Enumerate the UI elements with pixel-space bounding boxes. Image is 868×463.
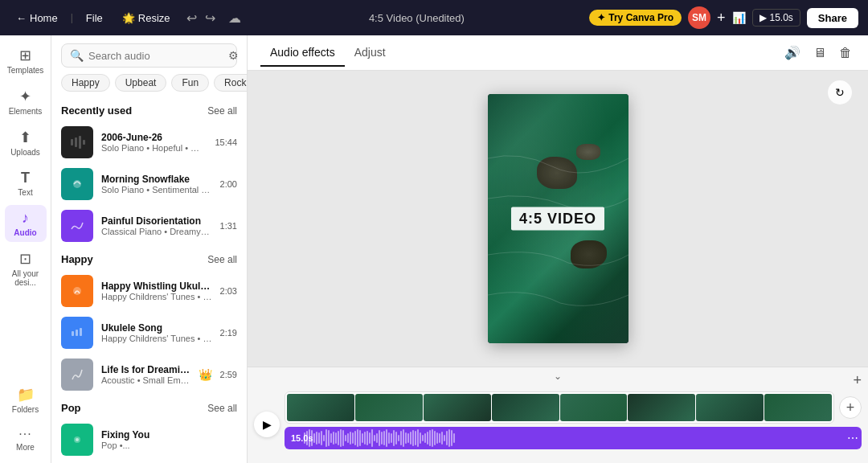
wave-bar — [407, 433, 409, 443]
sidebar-item-audio[interactable]: ♪ Audio — [5, 205, 47, 242]
clip-thumb — [355, 394, 423, 421]
designs-icon: ⊡ — [19, 250, 31, 268]
video-title-overlay: 4:5 VIDEO — [511, 207, 604, 231]
effects-tabs: Audio effects Adjust 🔊 🖥 🗑 — [248, 35, 868, 71]
play-button[interactable]: ▶ — [254, 412, 280, 437]
audio-item-fixing[interactable]: Fixing You Pop •... — [58, 419, 240, 461]
wave-bar — [313, 433, 315, 443]
wave-bar — [366, 431, 368, 445]
video-track-row: + — [285, 391, 862, 424]
refresh-button[interactable]: ↻ — [828, 80, 852, 104]
crown-icon: 👑 — [199, 368, 212, 381]
effects-tab-icons: 🔊 🖥 🗑 — [781, 42, 855, 64]
clip-thumb — [424, 394, 491, 421]
clip-thumb — [560, 394, 628, 421]
wave-bar — [436, 432, 438, 444]
sidebar-item-uploads[interactable]: ⬆ Uploads — [5, 124, 47, 162]
sidebar-item-folders[interactable]: 📁 Folders — [5, 381, 47, 419]
video-track[interactable] — [285, 391, 834, 424]
recently-used-title: Recently used — [61, 104, 132, 117]
wave-bar — [326, 429, 327, 447]
search-input[interactable] — [88, 50, 223, 62]
project-info: 4:5 Video (Unedited) — [369, 12, 465, 24]
wave-bar — [354, 431, 356, 445]
time-display: ▶ 15.0s — [752, 9, 800, 27]
wave-bar — [350, 432, 351, 445]
resize-button[interactable]: 🌟 Resize — [116, 9, 177, 27]
audio-item-2006[interactable]: 2006-June-26 Solo Piano • Hopeful • Weir… — [58, 121, 240, 163]
file-button[interactable]: File — [80, 9, 109, 27]
sidebar-item-text[interactable]: T Text — [5, 165, 47, 202]
pop-see-all[interactable]: See all — [207, 403, 237, 414]
sidebar-item-templates[interactable]: ⊞ Templates — [5, 42, 47, 80]
happy-see-all[interactable]: See all — [207, 254, 237, 265]
wave-bar — [342, 430, 344, 446]
cloud-button[interactable]: ☁ — [225, 7, 244, 29]
audio-item-whistling[interactable]: Happy Whistling Ukulele Happy Childrens'… — [58, 270, 240, 312]
timeline-collapse-button[interactable]: ⌄ — [554, 371, 562, 382]
templates-icon: ⊞ — [19, 47, 31, 64]
monitor-icon[interactable]: 🖥 — [810, 42, 829, 64]
tag-fun[interactable]: Fun — [171, 74, 209, 92]
audio-track-more-button[interactable]: ⋯ — [847, 432, 858, 445]
happy-section-header: Happy See all — [58, 247, 240, 270]
play-icon: ▶ — [760, 12, 767, 23]
speaker-icon[interactable]: 🔊 — [781, 42, 804, 64]
audio-list: Recently used See all 2006-June-26 Solo … — [51, 98, 247, 463]
sidebar-item-elements[interactable]: ✦ Elements — [5, 83, 47, 121]
wave-bar — [432, 429, 433, 447]
audio-track-row: 15.0s — [285, 427, 862, 449]
filter-icon[interactable]: ⚙ — [228, 49, 239, 62]
happy-title: Happy — [61, 253, 93, 265]
pop-section-header: Pop See all — [58, 395, 240, 419]
recently-used-see-all[interactable]: See all — [207, 105, 237, 117]
wave-bar — [316, 432, 317, 445]
wave-bar — [388, 432, 390, 444]
right-panel: Audio effects Adjust 🔊 🖥 🗑 — [248, 35, 868, 463]
audio-item-painful[interactable]: Painful Disorientation Classical Piano •… — [58, 205, 240, 247]
wave-bar — [318, 432, 320, 444]
wave-bar — [417, 429, 419, 447]
audio-waveform — [304, 427, 842, 449]
trash-icon[interactable]: 🗑 — [836, 42, 855, 64]
wave-bar — [347, 433, 349, 443]
tag-happy[interactable]: Happy — [61, 74, 110, 92]
video-title-text: 4:5 VIDEO — [519, 211, 596, 227]
sidebar-item-more[interactable]: ··· More — [5, 422, 47, 457]
audio-item-ukulele[interactable]: Ukulele Song Happy Childrens' Tunes • Br… — [58, 312, 240, 354]
audio-info: Ukulele Song Happy Childrens' Tunes • Br… — [101, 322, 212, 343]
wave-bar — [386, 429, 387, 447]
tag-upbeat[interactable]: Upbeat — [115, 74, 167, 92]
wave-bar — [357, 429, 358, 447]
clip-thumb — [287, 394, 354, 421]
add-track-button[interactable]: + — [839, 396, 862, 419]
redo-button[interactable]: ↪ — [202, 7, 219, 29]
tab-audio-effects[interactable]: Audio effects — [260, 39, 345, 67]
audio-thumb — [61, 210, 93, 242]
pro-badge[interactable]: ✦ Try Canva Pro — [589, 10, 682, 26]
wave-bar — [444, 435, 445, 441]
more-icon: ··· — [18, 427, 31, 441]
wave-bar — [403, 429, 404, 447]
wave-bar — [381, 432, 383, 445]
wave-bar — [453, 433, 455, 443]
sidebar-item-designs[interactable]: ⊡ All your desi... — [5, 245, 47, 292]
wave-bar — [412, 430, 414, 446]
search-container: 🔍 ⚙ — [51, 35, 247, 74]
audio-thumb — [61, 359, 93, 391]
wave-bar — [352, 432, 354, 444]
audio-item-life-dreaming[interactable]: Life Is for Dreaming Acoustic • Small Em… — [58, 354, 240, 395]
wave-bar — [420, 432, 421, 444]
undo-button[interactable]: ↩ — [183, 7, 200, 29]
wave-bar — [451, 430, 452, 446]
audio-track[interactable]: 15.0s — [285, 427, 862, 449]
share-button[interactable]: Share — [807, 8, 858, 28]
tab-adjust[interactable]: Adjust — [345, 39, 395, 67]
wave-bar — [323, 435, 325, 441]
home-button[interactable]: ← Home — [10, 9, 64, 27]
zoom-button[interactable]: + — [853, 372, 862, 389]
audio-item-morning[interactable]: Morning Snowflake Solo Piano • Sentiment… — [58, 163, 240, 205]
tag-rock[interactable]: Rock — [214, 74, 247, 92]
add-collaborator-button[interactable]: + — [717, 10, 726, 27]
video-background: 4:5 VIDEO — [488, 94, 628, 343]
